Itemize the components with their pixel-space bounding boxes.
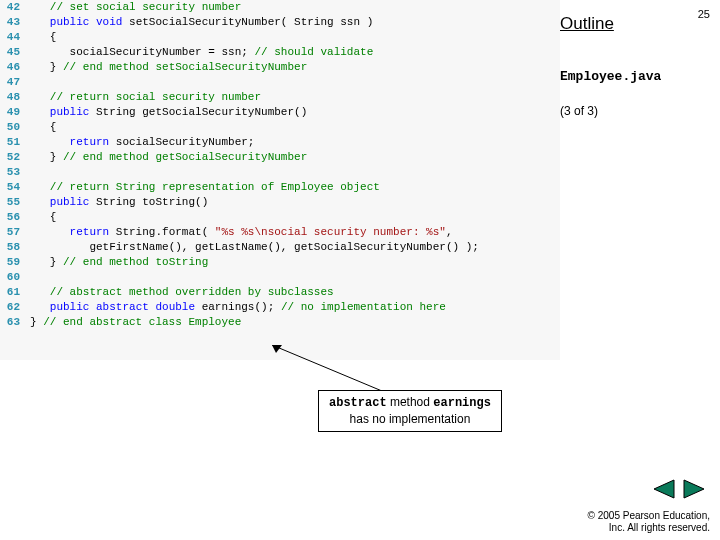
- code-content: {: [24, 120, 56, 135]
- code-content: // abstract method overridden by subclas…: [24, 285, 334, 300]
- triangle-left-icon: [650, 478, 676, 500]
- code-content: return String.format( "%s %s\nsocial sec…: [24, 225, 453, 240]
- callout-box: abstract method earnings has no implemen…: [318, 390, 502, 432]
- code-content: // set social security number: [24, 0, 241, 15]
- svg-marker-2: [654, 480, 674, 498]
- code-line: 63} // end abstract class Employee: [0, 315, 560, 330]
- line-number: 55: [0, 195, 24, 210]
- code-content: } // end abstract class Employee: [24, 315, 241, 330]
- copyright-text: © 2005 Pearson Education, Inc. All right…: [588, 510, 710, 534]
- next-button[interactable]: [682, 478, 708, 500]
- code-line: 50 {: [0, 120, 560, 135]
- callout-mid: method: [387, 395, 434, 409]
- line-number: 62: [0, 300, 24, 315]
- code-line: 54 // return String representation of Em…: [0, 180, 560, 195]
- code-content: return socialSecurityNumber;: [24, 135, 254, 150]
- callout-kw2: earnings: [433, 396, 491, 410]
- code-line: 44 {: [0, 30, 560, 45]
- triangle-right-icon: [682, 478, 708, 500]
- code-content: // return String representation of Emplo…: [24, 180, 380, 195]
- line-number: 57: [0, 225, 24, 240]
- callout-kw1: abstract: [329, 396, 387, 410]
- code-line: 51 return socialSecurityNumber;: [0, 135, 560, 150]
- code-content: } // end method setSocialSecurityNumber: [24, 60, 307, 75]
- code-line: 42 // set social security number: [0, 0, 560, 15]
- code-content: public void setSocialSecurityNumber( Str…: [24, 15, 373, 30]
- line-number: 61: [0, 285, 24, 300]
- code-line: 55 public String toString(): [0, 195, 560, 210]
- line-number: 50: [0, 120, 24, 135]
- code-line: 61 // abstract method overridden by subc…: [0, 285, 560, 300]
- code-content: } // end method getSocialSecurityNumber: [24, 150, 307, 165]
- outline-heading: Outline: [560, 14, 710, 34]
- code-content: {: [24, 210, 56, 225]
- code-line: 46 } // end method setSocialSecurityNumb…: [0, 60, 560, 75]
- code-line: 47: [0, 75, 560, 90]
- line-number: 53: [0, 165, 24, 180]
- code-line: 52 } // end method getSocialSecurityNumb…: [0, 150, 560, 165]
- line-number: 47: [0, 75, 24, 90]
- code-line: 59 } // end method toString: [0, 255, 560, 270]
- code-listing: 42 // set social security number43 publi…: [0, 0, 560, 360]
- line-number: 44: [0, 30, 24, 45]
- code-content: // return social security number: [24, 90, 261, 105]
- line-number: 46: [0, 60, 24, 75]
- file-part-label: (3 of 3): [560, 104, 710, 118]
- line-number: 51: [0, 135, 24, 150]
- callout-line1: abstract method earnings: [329, 395, 491, 412]
- code-line: 53: [0, 165, 560, 180]
- code-line: 57 return String.format( "%s %s\nsocial …: [0, 225, 560, 240]
- code-content: } // end method toString: [24, 255, 208, 270]
- line-number: 63: [0, 315, 24, 330]
- nav-arrows: [650, 478, 708, 500]
- line-number: 48: [0, 90, 24, 105]
- line-number: 49: [0, 105, 24, 120]
- line-number: 54: [0, 180, 24, 195]
- code-line: 43 public void setSocialSecurityNumber( …: [0, 15, 560, 30]
- code-content: {: [24, 30, 56, 45]
- code-content: [24, 270, 30, 285]
- code-content: public String toString(): [24, 195, 208, 210]
- line-number: 45: [0, 45, 24, 60]
- code-content: [24, 165, 30, 180]
- code-content: [24, 75, 30, 90]
- code-line: 60: [0, 270, 560, 285]
- code-content: socialSecurityNumber = ssn; // should va…: [24, 45, 373, 60]
- line-number: 43: [0, 15, 24, 30]
- right-panel: Outline Employee.java (3 of 3): [560, 0, 720, 118]
- code-line: 58 getFirstName(), getLastName(), getSoc…: [0, 240, 560, 255]
- code-content: public String getSocialSecurityNumber(): [24, 105, 307, 120]
- line-number: 59: [0, 255, 24, 270]
- line-number: 42: [0, 0, 24, 15]
- svg-marker-3: [684, 480, 704, 498]
- code-line: 48 // return social security number: [0, 90, 560, 105]
- code-content: getFirstName(), getLastName(), getSocial…: [24, 240, 479, 255]
- copyright-line1: © 2005 Pearson Education,: [588, 510, 710, 522]
- line-number: 52: [0, 150, 24, 165]
- code-line: 45 socialSecurityNumber = ssn; // should…: [0, 45, 560, 60]
- code-line: 62 public abstract double earnings(); //…: [0, 300, 560, 315]
- callout-line2: has no implementation: [329, 412, 491, 428]
- copyright-line2: Inc. All rights reserved.: [588, 522, 710, 534]
- prev-button[interactable]: [650, 478, 676, 500]
- code-line: 49 public String getSocialSecurityNumber…: [0, 105, 560, 120]
- code-line: 56 {: [0, 210, 560, 225]
- line-number: 56: [0, 210, 24, 225]
- line-number: 60: [0, 270, 24, 285]
- line-number: 58: [0, 240, 24, 255]
- filename-label: Employee.java: [560, 69, 710, 84]
- code-content: public abstract double earnings(); // no…: [24, 300, 446, 315]
